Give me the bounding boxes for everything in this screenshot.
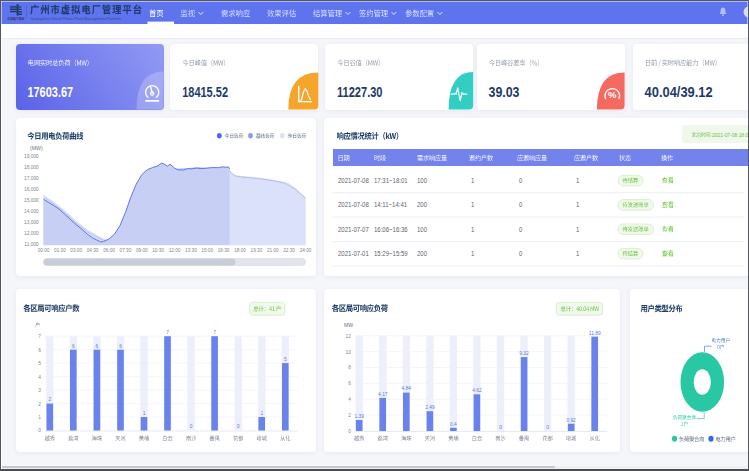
svg-text:0.92: 0.92 <box>566 416 576 422</box>
svg-text:07:30: 07:30 <box>120 247 132 252</box>
svg-text:2021-07-07: 2021-07-07 <box>338 225 369 232</box>
svg-text:1: 1 <box>471 201 475 208</box>
svg-text:06:00: 06:00 <box>103 247 115 252</box>
svg-text:MW: MW <box>344 322 354 328</box>
svg-text:6: 6 <box>119 342 122 348</box>
svg-text:5: 5 <box>38 360 41 366</box>
svg-text:4.17: 4.17 <box>378 390 388 396</box>
svg-text:6: 6 <box>72 342 75 348</box>
svg-text:39.03: 39.03 <box>489 84 520 100</box>
svg-text:1: 1 <box>576 176 580 183</box>
svg-text:1: 1 <box>471 250 475 257</box>
svg-text:14,000: 14,000 <box>24 208 39 214</box>
svg-text:15:00: 15:00 <box>201 247 213 252</box>
svg-text:1: 1 <box>471 176 475 183</box>
svg-text:2021-07-08: 2021-07-08 <box>338 201 369 208</box>
svg-text:03:00: 03:00 <box>70 247 82 252</box>
svg-text:2: 2 <box>48 396 51 402</box>
svg-text:11,000: 11,000 <box>24 241 39 247</box>
svg-text:14:11~14:41: 14:11~14:41 <box>374 201 408 208</box>
svg-text:4.84: 4.84 <box>402 385 412 391</box>
svg-text:2021-07-01: 2021-07-01 <box>338 250 369 257</box>
svg-text:17:31~18:01: 17:31~18:01 <box>374 176 408 183</box>
svg-text:10:30: 10:30 <box>152 247 164 252</box>
svg-text:16,000: 16,000 <box>24 186 39 192</box>
svg-text:0: 0 <box>499 424 502 430</box>
svg-text:Guangzhou Virtual Power Plant: Guangzhou Virtual Power Plant Management… <box>31 16 122 21</box>
svg-text:40.04/39.12: 40.04/39.12 <box>645 84 713 100</box>
svg-text:04:30: 04:30 <box>87 247 99 252</box>
svg-text:09:00: 09:00 <box>136 247 148 252</box>
svg-text:12: 12 <box>346 332 352 338</box>
svg-text:4.62: 4.62 <box>472 387 482 393</box>
svg-text:18415.52: 18415.52 <box>182 84 228 100</box>
svg-text:18:00: 18:00 <box>234 247 246 252</box>
svg-text:0: 0 <box>519 225 523 232</box>
svg-text:18,000: 18,000 <box>24 164 39 170</box>
svg-text:0: 0 <box>38 427 41 433</box>
svg-text:2021-07-08: 2021-07-08 <box>338 176 369 183</box>
svg-text:15,000: 15,000 <box>24 197 39 203</box>
svg-text:22:30: 22:30 <box>283 247 295 252</box>
svg-text:200: 200 <box>417 201 427 208</box>
svg-text:16:06~16:36: 16:06~16:36 <box>374 225 408 232</box>
svg-text:19:30: 19:30 <box>251 247 263 252</box>
svg-text:0: 0 <box>546 424 549 430</box>
svg-text:2.49: 2.49 <box>425 404 435 410</box>
svg-text:6: 6 <box>38 346 41 352</box>
svg-text:3: 3 <box>38 387 41 393</box>
svg-text:9.32: 9.32 <box>519 350 529 356</box>
svg-text:10: 10 <box>346 348 352 354</box>
svg-text:200: 200 <box>417 250 427 257</box>
svg-text:0: 0 <box>190 423 193 429</box>
svg-text:0: 0 <box>519 250 523 257</box>
svg-text:2021-07-08 18:0: 2021-07-08 18:0 <box>712 132 748 138</box>
svg-text:7: 7 <box>213 329 216 335</box>
svg-text:2: 2 <box>38 400 41 406</box>
svg-text:7: 7 <box>166 329 169 335</box>
svg-text:24:00: 24:00 <box>300 247 312 252</box>
svg-text:17,000: 17,000 <box>24 175 39 181</box>
svg-text:1: 1 <box>576 201 580 208</box>
svg-text:1.39: 1.39 <box>354 413 364 419</box>
svg-text:100: 100 <box>417 225 427 232</box>
svg-text:6: 6 <box>96 342 99 348</box>
svg-text:12,000: 12,000 <box>24 230 39 236</box>
svg-text:%: % <box>608 89 617 100</box>
svg-text:0.4: 0.4 <box>450 420 457 426</box>
svg-text:16:30: 16:30 <box>218 247 230 252</box>
svg-text:1: 1 <box>143 410 146 416</box>
svg-text:13:30: 13:30 <box>185 247 197 252</box>
svg-text:21:00: 21:00 <box>267 247 279 252</box>
svg-text:01:30: 01:30 <box>54 247 66 252</box>
svg-text:7: 7 <box>38 333 41 339</box>
svg-text:12:00: 12:00 <box>169 247 181 252</box>
svg-text:8: 8 <box>348 364 351 370</box>
svg-text:2: 2 <box>348 412 351 418</box>
svg-text:17603.67: 17603.67 <box>27 84 73 100</box>
svg-text:6: 6 <box>348 380 351 386</box>
svg-text:19,000: 19,000 <box>24 153 39 159</box>
svg-text:0: 0 <box>348 428 351 434</box>
svg-text:1: 1 <box>576 250 580 257</box>
svg-text:0: 0 <box>519 176 523 183</box>
svg-text:1: 1 <box>471 225 475 232</box>
svg-text:1: 1 <box>260 410 263 416</box>
svg-text:0: 0 <box>237 423 240 429</box>
svg-text:13,000: 13,000 <box>24 219 39 225</box>
svg-text:4: 4 <box>38 373 41 379</box>
svg-text:00:00: 00:00 <box>38 247 50 252</box>
svg-text:11227.30: 11227.30 <box>337 84 383 100</box>
svg-text:11.89: 11.89 <box>589 329 601 335</box>
svg-text:(MW): (MW) <box>30 145 43 151</box>
svg-text:1: 1 <box>576 225 580 232</box>
svg-text:4: 4 <box>348 396 351 402</box>
svg-text:1: 1 <box>38 414 41 420</box>
svg-text:0: 0 <box>519 201 523 208</box>
svg-text:5: 5 <box>284 356 287 362</box>
svg-text:15:29~15:59: 15:29~15:59 <box>374 250 408 257</box>
svg-text:100: 100 <box>417 176 427 183</box>
